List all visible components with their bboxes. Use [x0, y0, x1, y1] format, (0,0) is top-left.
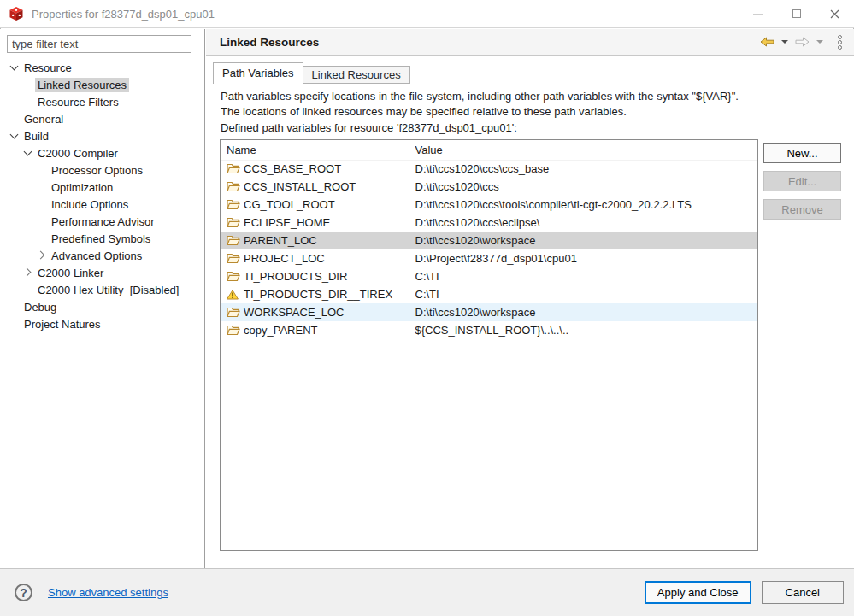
variable-value: C:\TI [409, 267, 757, 285]
variable-name: TI_PRODUCTS_DIR__TIREX [244, 288, 392, 301]
chevron-down-icon[interactable] [22, 147, 35, 159]
tree-indent-spacer [36, 215, 49, 227]
column-header-value[interactable]: Value [409, 140, 757, 160]
sidebar-item-label: Resource [21, 61, 74, 75]
properties-sidebar: ResourceLinked ResourcesResource Filters… [0, 29, 205, 568]
sidebar-item-label: Performance Advisor [49, 214, 157, 229]
sidebar-item-resource[interactable]: Resource [0, 59, 204, 76]
sidebar-item-performance-advisor[interactable]: Performance Advisor [0, 213, 204, 230]
table-row-project-loc[interactable]: PROJECT_LOCD:\Project\f28377d_dsp01\cpu0… [221, 249, 757, 267]
apply-and-close-button[interactable]: Apply and Close [645, 581, 751, 604]
tree-indent-spacer [22, 96, 35, 108]
tree-indent-spacer [9, 301, 21, 313]
show-advanced-settings-link[interactable]: Show advanced settings [48, 586, 168, 599]
sidebar-item-optimization[interactable]: Optimization [0, 179, 204, 196]
description-line1: Path variables specify locations in the … [221, 89, 739, 104]
tree-indent-spacer [36, 181, 49, 193]
close-button[interactable] [816, 0, 854, 27]
sidebar-item-linked-resources[interactable]: Linked Resources [0, 76, 204, 93]
forward-history-dropdown-icon[interactable] [816, 40, 823, 44]
tree-indent-spacer [36, 198, 49, 210]
sidebar-item-c2000-linker[interactable]: C2000 Linker [0, 264, 204, 281]
variable-name: WORKSPACE_LOC [244, 306, 345, 319]
minimize-button[interactable] [739, 0, 777, 27]
help-icon[interactable]: ? [15, 584, 32, 601]
forward-arrow-icon[interactable] [795, 37, 810, 47]
sidebar-item-c2000-hex-utility-disabled[interactable]: C2000 Hex Utility [Disabled] [0, 281, 204, 298]
tree-indent-spacer [36, 232, 49, 244]
sidebar-item-label: C2000 Compiler [35, 146, 121, 161]
sidebar-item-label: Resource Filters [35, 95, 121, 109]
sidebar-item-advanced-options[interactable]: Advanced Options [0, 247, 204, 264]
folder-icon [227, 163, 240, 175]
sidebar-item-general[interactable]: General [0, 110, 204, 127]
variable-name: copy_PARENT [244, 324, 317, 337]
sidebar-item-label: C2000 Linker [35, 266, 106, 280]
cancel-button[interactable]: Cancel [762, 581, 844, 604]
description-line2: The locations of linked resources may be… [221, 104, 739, 120]
tab-path-variables[interactable]: Path Variables [213, 62, 303, 84]
description-text: Path variables specify locations in the … [221, 89, 739, 120]
folder-icon [227, 217, 240, 229]
chevron-down-icon[interactable] [9, 62, 21, 73]
table-row-workspace-loc[interactable]: WORKSPACE_LOCD:\ti\ccs1020\workspace [221, 303, 757, 321]
properties-tree: ResourceLinked ResourcesResource Filters… [0, 59, 204, 332]
sidebar-item-label: Optimization [49, 180, 115, 195]
sidebar-item-label: Processor Options [49, 163, 145, 178]
sidebar-item-label: General [21, 112, 66, 126]
folder-icon [227, 235, 240, 247]
sidebar-item-processor-options[interactable]: Processor Options [0, 161, 204, 179]
back-arrow-icon[interactable] [760, 37, 774, 47]
sidebar-item-project-natures[interactable]: Project Natures [0, 315, 204, 332]
variable-name: PARENT_LOC [244, 234, 317, 247]
sidebar-item-label: C2000 Hex Utility [Disabled] [35, 283, 181, 297]
variable-value: ${CCS_INSTALL_ROOT}\..\..\.. [409, 321, 757, 339]
table-row-eclipse-home[interactable]: ECLIPSE_HOMED:\ti\ccs1020\ccs\eclipse\ [221, 214, 757, 232]
sidebar-item-predefined-symbols[interactable]: Predefined Symbols [0, 230, 204, 247]
tree-indent-spacer [22, 79, 35, 91]
table-row-parent-loc[interactable]: PARENT_LOCD:\ti\ccs1020\workspace [221, 232, 757, 249]
variable-name: CCS_INSTALL_ROOT [244, 180, 356, 193]
section-header: Linked Resources [206, 29, 854, 56]
folder-icon [227, 307, 240, 319]
table-row-cg-tool-root[interactable]: CG_TOOL_ROOTD:\ti\ccs1020\ccs\tools\comp… [221, 196, 757, 214]
variable-value: D:\Project\f28377d_dsp01\cpu01 [409, 249, 757, 267]
chevron-down-icon[interactable] [9, 130, 21, 142]
table-row-ccs-base-root[interactable]: CCS_BASE_ROOTD:\ti\ccs1020\ccs\ccs_base [221, 160, 757, 178]
table-row-copy-parent[interactable]: copy_PARENT${CCS_INSTALL_ROOT}\..\..\.. [221, 321, 757, 339]
tree-indent-spacer [9, 318, 21, 330]
maximize-button[interactable] [777, 0, 816, 27]
variable-name: TI_PRODUCTS_DIR [244, 270, 347, 283]
tree-indent-spacer [9, 113, 21, 125]
column-header-name[interactable]: Name [221, 140, 409, 160]
folder-icon [227, 253, 240, 265]
variable-name: PROJECT_LOC [244, 252, 325, 265]
section-title: Linked Resources [220, 36, 319, 49]
table-row-ti-products-dir-tirex[interactable]: TI_PRODUCTS_DIR__TIREXC:\TI [221, 285, 757, 303]
folder-icon [227, 181, 240, 193]
sidebar-item-include-options[interactable]: Include Options [0, 196, 204, 213]
tree-indent-spacer [36, 164, 49, 176]
tab-linked-resources[interactable]: Linked Resources [303, 66, 410, 84]
back-history-dropdown-icon[interactable] [781, 40, 788, 44]
sidebar-item-resource-filters[interactable]: Resource Filters [0, 93, 204, 110]
folder-icon [227, 271, 240, 283]
new-button[interactable]: New... [763, 143, 841, 163]
variable-value: C:\TI [409, 285, 757, 303]
folder-icon [227, 199, 240, 211]
view-menu-icon[interactable] [834, 33, 845, 51]
filter-input[interactable] [7, 35, 191, 53]
chevron-right-icon[interactable] [22, 267, 35, 279]
variable-name: CG_TOOL_ROOT [244, 198, 335, 211]
table-row-ti-products-dir[interactable]: TI_PRODUCTS_DIRC:\TI [221, 267, 757, 285]
variable-value: D:\ti\ccs1020\workspace [409, 232, 757, 249]
title-bar: Properties for f28377d_dsp01_cpu01 [0, 0, 854, 28]
table-actions: New...Edit...Remove [763, 143, 841, 220]
sidebar-item-label: Linked Resources [35, 78, 129, 92]
table-row-ccs-install-root[interactable]: CCS_INSTALL_ROOTD:\ti\ccs1020\ccs [221, 178, 757, 196]
chevron-right-icon[interactable] [36, 249, 49, 261]
sidebar-item-build[interactable]: Build [0, 127, 204, 144]
variable-value: D:\ti\ccs1020\ccs\tools\compiler\ti-cgt-… [409, 196, 757, 214]
sidebar-item-c2000-compiler[interactable]: C2000 Compiler [0, 144, 204, 161]
sidebar-item-debug[interactable]: Debug [0, 298, 204, 315]
